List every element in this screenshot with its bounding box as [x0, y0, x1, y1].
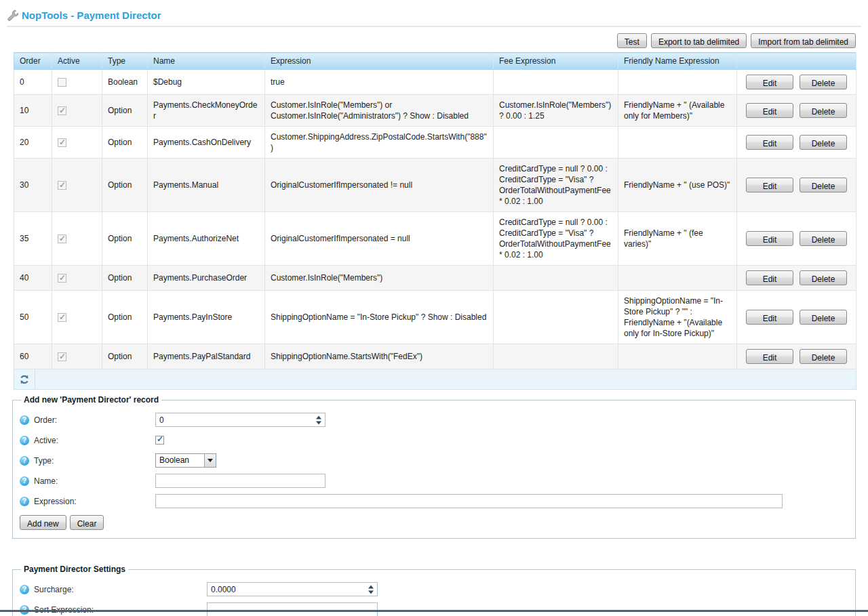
- name-input[interactable]: [155, 474, 326, 488]
- add-record-legend: Add new 'Payment Director' record: [21, 395, 161, 405]
- bottom-divider-bar: [0, 610, 868, 612]
- active-cell: [52, 291, 102, 344]
- order-cell: 10: [14, 95, 52, 127]
- type-label: Type:: [34, 456, 54, 466]
- order-cell: 35: [14, 212, 52, 266]
- import-tab-delimited-button[interactable]: Import from tab delimited: [751, 33, 856, 48]
- clear-button[interactable]: Clear: [70, 515, 104, 530]
- fee-expression-cell: [494, 127, 618, 159]
- row-actions: EditDelete: [737, 95, 856, 127]
- order-cell: 20: [14, 127, 52, 159]
- page-header: NopTools - Payment Director: [0, 0, 868, 21]
- table-row: 50OptionPayments.PayInStoreShippingOptio…: [14, 291, 856, 344]
- help-icon[interactable]: ?: [20, 585, 29, 594]
- active-cell: [52, 95, 102, 127]
- name-label: Name:: [34, 476, 58, 486]
- name-cell: Payments.AuthorizeNet: [148, 212, 265, 266]
- column-header-order: Order: [14, 53, 52, 70]
- active-cell: [52, 127, 102, 159]
- active-checkbox: [58, 138, 66, 147]
- chevron-down-icon: [208, 459, 213, 462]
- delete-button[interactable]: Delete: [800, 349, 847, 364]
- friendly-name-expression-cell: [618, 266, 737, 291]
- friendly-name-expression-cell: [618, 70, 737, 95]
- row-actions: EditDelete: [737, 159, 856, 212]
- order-label: Order:: [34, 415, 57, 425]
- edit-button[interactable]: Edit: [746, 231, 793, 246]
- expression-cell: Customer.ShippingAddress.ZipPostalCode.S…: [265, 127, 494, 159]
- table-row: 10OptionPayments.CheckMoneyOrderCustomer…: [14, 95, 856, 127]
- edit-button[interactable]: Edit: [746, 103, 793, 118]
- type-row: ? Type: Boolean: [20, 453, 848, 468]
- expression-row: ? Expression:: [20, 494, 848, 508]
- type-cell: Option: [102, 266, 148, 291]
- name-cell: Payments.PayInStore: [148, 291, 265, 344]
- export-tab-delimited-button[interactable]: Export to tab delimited: [651, 33, 747, 48]
- delete-button[interactable]: Delete: [800, 310, 847, 325]
- expression-cell: ShippingOptionName.StartsWith("FedEx"): [265, 344, 494, 369]
- fee-expression-cell: [494, 70, 618, 95]
- name-cell: Payments.Manual: [148, 159, 265, 212]
- spinner-up-icon[interactable]: [316, 415, 321, 419]
- active-checkbox: [58, 313, 66, 322]
- sort-expression-row: ? Sort Expression:: [20, 602, 848, 616]
- help-icon[interactable]: ?: [20, 415, 29, 425]
- column-header-fee-expression: Fee Expression: [494, 53, 618, 70]
- fee-expression-cell: Customer.IsInRole("Members") ? 0.00 : 1.…: [494, 95, 618, 127]
- table-footer: [14, 369, 856, 390]
- delete-button[interactable]: Delete: [800, 75, 847, 89]
- select-dropdown-button[interactable]: [204, 454, 216, 467]
- refresh-button[interactable]: [14, 369, 35, 389]
- settings-legend: Payment Director Settings: [21, 564, 128, 574]
- column-header-active: Active: [52, 53, 102, 70]
- active-row: ? Active:: [20, 433, 848, 447]
- active-checkbox: [58, 181, 66, 190]
- edit-button[interactable]: Edit: [746, 349, 793, 364]
- sort-expression-input[interactable]: [207, 602, 378, 616]
- wrench-icon: [7, 9, 18, 21]
- order-stepper: [155, 413, 326, 427]
- friendly-name-expression-cell: ShippingOptionName = "In-Store Pickup" ?…: [618, 291, 737, 344]
- spinner-up-icon[interactable]: [368, 585, 374, 588]
- spinner-down-icon[interactable]: [368, 590, 374, 594]
- help-icon[interactable]: ?: [20, 497, 29, 506]
- test-button[interactable]: Test: [617, 33, 647, 48]
- active-cell: [52, 344, 102, 369]
- expression-input[interactable]: [155, 494, 783, 508]
- delete-button[interactable]: Delete: [800, 103, 847, 118]
- row-actions: EditDelete: [737, 212, 856, 266]
- type-select[interactable]: Boolean: [155, 453, 216, 468]
- column-header-actions: [737, 53, 856, 70]
- help-icon[interactable]: ?: [20, 456, 29, 466]
- column-header-name: Name: [148, 53, 265, 70]
- table-row: 20OptionPayments.CashOnDeliveryCustomer.…: [14, 127, 856, 159]
- spinner-down-icon[interactable]: [316, 421, 321, 424]
- delete-button[interactable]: Delete: [800, 178, 847, 192]
- edit-button[interactable]: Edit: [746, 75, 793, 89]
- help-icon[interactable]: ?: [20, 436, 29, 445]
- order-cell: 0: [14, 70, 52, 95]
- name-cell: $Debug: [148, 70, 265, 95]
- active-checkbox[interactable]: [155, 436, 164, 445]
- add-form-buttons: Add new Clear: [20, 515, 848, 530]
- order-input[interactable]: [155, 413, 326, 427]
- edit-button[interactable]: Edit: [746, 135, 793, 150]
- friendly-name-expression-cell: FriendlyName + " (fee varies)": [618, 212, 737, 266]
- expression-cell: OriginalCustomerIfImpersonated = null: [265, 212, 494, 266]
- delete-button[interactable]: Delete: [800, 231, 847, 246]
- help-icon[interactable]: ?: [20, 476, 29, 486]
- edit-button[interactable]: Edit: [746, 310, 793, 325]
- name-cell: Payments.PayPalStandard: [148, 344, 265, 369]
- add-new-button[interactable]: Add new: [20, 515, 66, 530]
- surcharge-input[interactable]: [207, 582, 378, 596]
- column-header-expression: Expression: [265, 53, 494, 70]
- active-cell: [52, 212, 102, 266]
- order-row: ? Order:: [20, 413, 848, 427]
- active-label: Active:: [34, 436, 58, 445]
- active-cell: [52, 159, 102, 212]
- type-cell: Boolean: [102, 70, 148, 95]
- edit-button[interactable]: Edit: [746, 270, 793, 285]
- delete-button[interactable]: Delete: [800, 135, 847, 150]
- delete-button[interactable]: Delete: [800, 270, 847, 285]
- edit-button[interactable]: Edit: [746, 178, 793, 192]
